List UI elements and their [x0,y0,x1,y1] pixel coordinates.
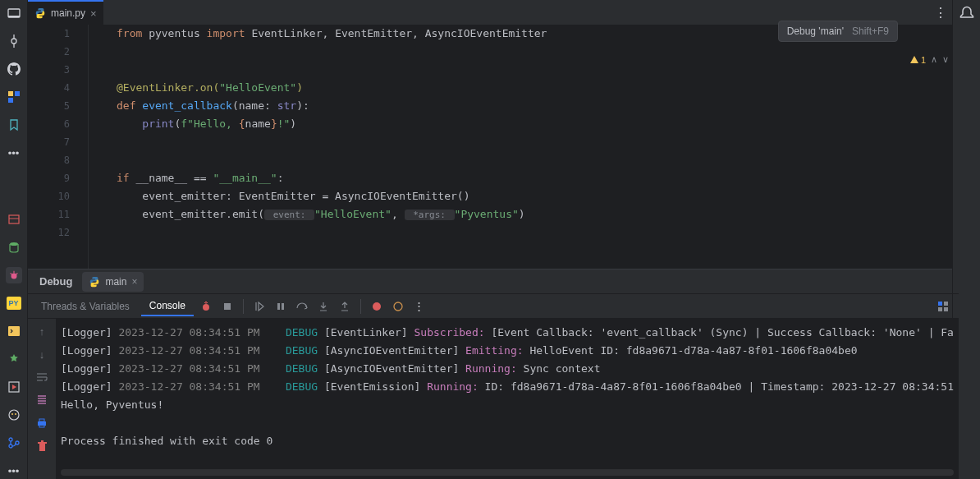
scroll-to-end-icon[interactable] [34,393,49,408]
svg-rect-7 [8,98,13,103]
tooltip-shortcut: Shift+F9 [852,25,889,37]
svg-rect-15 [8,326,20,336]
tab-options-icon[interactable]: ⋮ [934,5,947,21]
svg-rect-1 [8,16,20,17]
run-icon[interactable] [6,379,22,395]
console-side-toolbar: ↑ ↓ [28,319,56,479]
stop-icon[interactable] [218,297,236,315]
services-icon[interactable] [6,351,22,367]
svg-rect-8 [9,215,19,223]
more-tools-icon[interactable]: ••• [6,145,22,161]
scroll-up-icon[interactable]: ↑ [34,324,49,339]
svg-point-2 [11,39,16,44]
clear-icon[interactable] [34,439,49,454]
resume-icon[interactable] [250,297,268,315]
python-console-icon[interactable]: PY [6,295,22,311]
more-bottom-icon[interactable]: ••• [6,463,22,479]
svg-point-10 [10,242,18,246]
inspection-status[interactable]: 1 ∧ ∨ [909,54,949,65]
step-out-icon[interactable] [336,297,354,315]
svg-rect-45 [39,444,45,451]
svg-rect-46 [38,442,47,444]
soft-wrap-icon[interactable] [34,370,49,385]
console-output[interactable]: [Logger] 2023-12-27 08:34:51 PM DEBUG [E… [56,319,959,479]
left-toolbar: ••• PY ••• [0,0,28,479]
svg-rect-25 [277,303,280,310]
structure-icon[interactable] [6,89,22,105]
svg-point-17 [9,410,19,420]
svg-rect-6 [15,91,20,96]
svg-rect-26 [282,303,284,310]
svg-rect-44 [39,425,44,427]
svg-rect-31 [938,302,942,306]
svg-point-30 [394,302,402,311]
svg-point-18 [11,413,13,415]
project-icon[interactable] [6,5,22,21]
code-editor[interactable]: 1 2 3 4 5 6 7 8 9 10 11 12 from pyventus… [28,25,952,269]
github-icon[interactable] [6,61,22,77]
mute-breakpoints-icon[interactable] [389,297,407,315]
svg-rect-32 [944,302,948,306]
database-icon[interactable] [6,239,22,256]
svg-rect-43 [39,419,44,421]
gutter: 1 2 3 4 5 6 7 8 9 10 11 12 [28,25,89,269]
more-debug-icon[interactable]: ⋮ [410,297,428,315]
rerun-icon[interactable] [197,297,215,315]
svg-point-23 [203,304,209,311]
output-line: Hello, Pyventus! [61,396,954,414]
vcs-icon[interactable] [6,435,22,451]
step-over-icon[interactable] [293,297,311,315]
debug-tool-icon[interactable] [6,267,22,283]
bookmarks-icon[interactable] [6,117,22,133]
svg-point-21 [9,444,12,448]
console-tab[interactable]: Console [141,297,194,316]
svg-line-13 [10,273,11,274]
commit-icon[interactable] [6,33,22,49]
editor-tab-main[interactable]: main.py × [28,0,103,25]
warning-icon[interactable]: 1 [909,55,926,65]
notifications-icon[interactable] [959,5,975,21]
next-highlight-icon[interactable]: ∨ [942,54,949,65]
python-icon [89,276,100,288]
print-icon[interactable] [34,416,49,431]
debug-title: Debug [33,275,79,288]
svg-rect-33 [938,307,942,311]
session-name: main [105,276,126,288]
prev-highlight-icon[interactable]: ∧ [931,54,937,65]
svg-point-11 [11,273,16,279]
debug-toolwindow: Debug main × Threads & Variables Console [28,269,952,479]
svg-point-20 [9,438,12,441]
debug-toolbar: Threads & Variables Console ⋮ [28,294,959,319]
debug-header: Debug main × [28,269,959,294]
problems-icon[interactable] [6,407,22,423]
threads-tab[interactable]: Threads & Variables [33,297,138,315]
close-session-icon[interactable]: × [131,276,137,288]
svg-point-29 [373,302,381,311]
stack-icon[interactable] [6,211,22,228]
debug-tooltip: Debug 'main' Shift+F9 [778,21,898,42]
svg-rect-24 [224,303,231,310]
scroll-down-icon[interactable]: ↓ [34,347,49,362]
close-tab-icon[interactable]: × [90,7,97,20]
tab-label: main.py [51,7,85,19]
breakpoints-icon[interactable] [368,297,386,315]
layout-settings-icon[interactable] [934,297,952,315]
exit-code-line: Process finished with exit code 0 [61,432,954,450]
svg-rect-5 [8,91,13,96]
terminal-icon[interactable] [6,323,22,339]
pause-icon[interactable] [272,297,290,315]
step-into-icon[interactable] [314,297,332,315]
svg-point-19 [15,413,16,415]
tooltip-text: Debug 'main' [787,25,844,37]
console-scrollbar[interactable] [61,469,954,476]
svg-rect-47 [41,440,44,442]
svg-line-14 [16,273,17,274]
main-area: main.py × ⋮ 1 2 3 4 5 6 7 8 9 10 11 12 f… [28,0,952,479]
line-number: 1 [28,25,88,43]
debug-session-tab[interactable]: main × [82,272,144,292]
code-content[interactable]: from pyventus import EventLinker, EventE… [89,25,952,269]
python-file-icon [34,7,46,19]
svg-rect-34 [944,307,948,311]
